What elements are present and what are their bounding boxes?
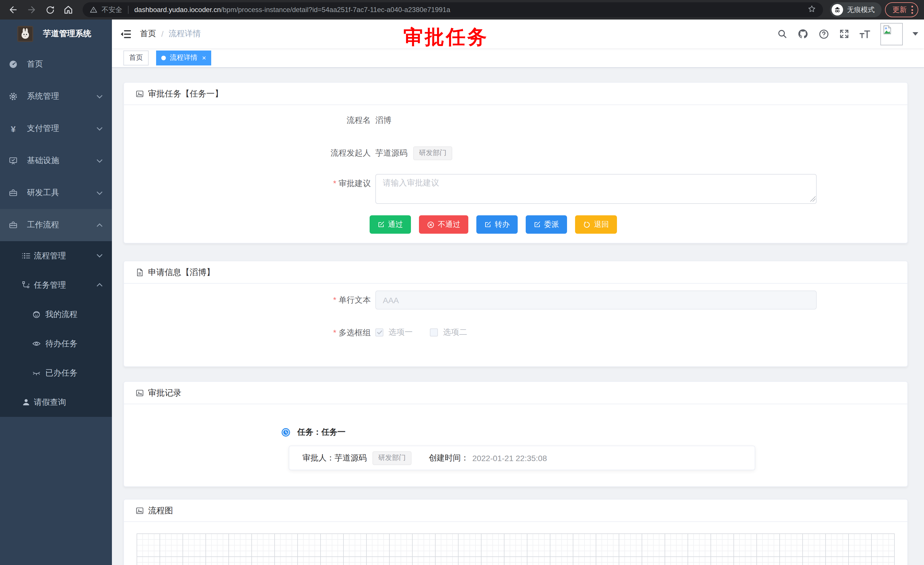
url-domain: dashboard.yudao.iocoder.cn bbox=[134, 6, 221, 14]
process-name-value: 滔博 bbox=[375, 111, 392, 130]
card-header: 流程图 bbox=[124, 500, 908, 522]
tag-close-icon[interactable]: × bbox=[202, 54, 206, 61]
sidebar-item-process-mgmt[interactable]: 流程管理 bbox=[0, 241, 112, 270]
approval-record-card: 审批记录 任务：任务一 审批人： 芋道源码 研发部门 创建时间： 2022-01… bbox=[123, 381, 908, 487]
suggestion-row: *审批建议 bbox=[124, 174, 908, 204]
not-secure-icon bbox=[90, 6, 98, 14]
card-body bbox=[124, 533, 908, 565]
sidebar-logo[interactable]: 芋道管理系统 bbox=[0, 20, 112, 48]
tag-home[interactable]: 首页 bbox=[123, 50, 148, 65]
tree-list-icon bbox=[22, 251, 30, 260]
approval-task-card: 审批任务【任务一】 流程名 滔博 流程发起人 芋道源码 研发部门 *审批建议 bbox=[123, 82, 908, 243]
sidebar-item-todo-tasks[interactable]: 待办任务 bbox=[0, 329, 112, 358]
sidebar-item-label: 请假查询 bbox=[34, 397, 66, 407]
sidebar-item-infra[interactable]: 基础设施 bbox=[0, 145, 112, 177]
browser-menu-icon[interactable] bbox=[911, 6, 913, 14]
sidebar-item-done-tasks[interactable]: 已办任务 bbox=[0, 358, 112, 388]
eye-open-icon bbox=[32, 340, 41, 348]
initiator-row: 流程发起人 芋道源码 研发部门 bbox=[124, 144, 908, 162]
person-icon bbox=[22, 398, 30, 407]
picture-icon bbox=[135, 506, 144, 515]
face-icon bbox=[32, 310, 41, 319]
approver-label: 审批人： bbox=[303, 453, 334, 463]
suggestion-textarea-wrap bbox=[375, 174, 817, 204]
reload-icon[interactable] bbox=[42, 2, 57, 17]
help-icon[interactable] bbox=[818, 29, 829, 39]
security-label: 不安全 bbox=[102, 5, 122, 15]
suggestion-label: *审批建议 bbox=[124, 174, 375, 204]
bookmark-star-icon[interactable] bbox=[807, 5, 816, 15]
checkbox-unchecked-icon bbox=[430, 328, 438, 337]
sidebar-item-task-mgmt[interactable]: 任务管理 bbox=[0, 270, 112, 300]
tag-process-detail[interactable]: 流程详情 × bbox=[156, 50, 211, 65]
picture-icon bbox=[135, 388, 144, 397]
incognito-label: 无痕模式 bbox=[847, 5, 874, 15]
sidebar-item-my-process[interactable]: 我的流程 bbox=[0, 300, 112, 329]
process-diagram-card: 流程图 bbox=[123, 499, 908, 565]
app-title: 芋道管理系统 bbox=[43, 29, 91, 39]
chevron-down-icon bbox=[96, 191, 103, 195]
toolbox-icon bbox=[9, 188, 18, 197]
sidebar-collapse-icon[interactable] bbox=[112, 29, 140, 39]
approve-button[interactable]: 通过 bbox=[370, 215, 411, 234]
dept-tag: 研发部门 bbox=[372, 451, 411, 465]
initiator-label: 流程发起人 bbox=[124, 144, 375, 162]
edit-icon bbox=[484, 221, 491, 228]
url-path: /bpm/process-instance/detail?id=54aa251f… bbox=[221, 6, 450, 14]
sidebar-item-leave-query[interactable]: 请假查询 bbox=[0, 388, 112, 417]
sidebar-item-workflow[interactable]: 工作流程 bbox=[0, 209, 112, 241]
reject-button[interactable]: 不通过 bbox=[419, 215, 468, 234]
card-header: 审批任务【任务一】 bbox=[124, 83, 908, 105]
required-asterisk: * bbox=[333, 295, 336, 304]
chevron-down-icon bbox=[96, 95, 103, 98]
approver-name: 芋道源码 bbox=[334, 453, 367, 463]
forward-icon[interactable] bbox=[24, 2, 39, 17]
resize-grip[interactable] bbox=[810, 196, 816, 201]
breadcrumb-home[interactable]: 首页 bbox=[140, 29, 156, 39]
browser-update-button[interactable]: 更新 bbox=[885, 2, 918, 17]
tag-label: 首页 bbox=[129, 53, 143, 63]
avatar-caret-icon[interactable] bbox=[912, 32, 918, 36]
card-title: 审批记录 bbox=[148, 387, 182, 398]
card-body: *单行文本 *多选框组 选项一 选项二 bbox=[124, 284, 908, 366]
initiator-name: 芋道源码 bbox=[375, 144, 408, 162]
chevron-down-icon bbox=[96, 159, 103, 163]
created-label: 创建时间： bbox=[429, 453, 469, 463]
workflow-submenu: 流程管理 任务管理 我的流程 待办任务 bbox=[0, 241, 112, 417]
github-icon[interactable] bbox=[797, 28, 808, 40]
dashboard-icon bbox=[9, 60, 18, 69]
chevron-up-icon bbox=[96, 283, 103, 287]
home-icon[interactable] bbox=[61, 2, 76, 17]
sidebar-item-system[interactable]: 系统管理 bbox=[0, 80, 112, 113]
required-asterisk: * bbox=[333, 179, 336, 188]
sidebar-item-devtools[interactable]: 研发工具 bbox=[0, 177, 112, 209]
timeline-item: 任务：任务一 bbox=[124, 427, 908, 437]
bpmn-canvas[interactable] bbox=[136, 533, 895, 565]
yen-icon: ¥ bbox=[9, 124, 18, 133]
fullscreen-icon[interactable] bbox=[839, 29, 849, 39]
suggestion-textarea[interactable] bbox=[375, 174, 817, 204]
transfer-button[interactable]: 转办 bbox=[476, 215, 518, 234]
sidebar-item-label: 首页 bbox=[27, 59, 43, 69]
back-icon[interactable] bbox=[6, 2, 21, 17]
sidebar-item-label: 待办任务 bbox=[45, 338, 78, 349]
font-size-icon[interactable] bbox=[859, 29, 871, 39]
sidebar-item-pay[interactable]: ¥ 支付管理 bbox=[0, 113, 112, 145]
browser-toolbar: 不安全 dashboard.yudao.iocoder.cn/bpm/proce… bbox=[0, 0, 924, 20]
omnibox-divider bbox=[128, 6, 129, 14]
initiator-value: 芋道源码 研发部门 bbox=[375, 144, 452, 162]
checkbox-option-2: 选项二 bbox=[430, 327, 467, 338]
card-title: 申请信息【滔博】 bbox=[148, 267, 214, 278]
return-button[interactable]: 退回 bbox=[575, 215, 617, 234]
address-bar[interactable]: 不安全 dashboard.yudao.iocoder.cn/bpm/proce… bbox=[82, 2, 823, 17]
checkbox-group-label: *多选框组 bbox=[124, 327, 375, 346]
delegate-button[interactable]: 委派 bbox=[526, 215, 567, 234]
text-input-label: *单行文本 bbox=[124, 290, 375, 310]
avatar[interactable] bbox=[880, 23, 903, 45]
sidebar-item-home[interactable]: 首页 bbox=[0, 48, 112, 80]
search-icon[interactable] bbox=[777, 29, 788, 39]
sidebar-item-label: 研发工具 bbox=[27, 188, 59, 198]
checkbox-checked-icon bbox=[375, 328, 383, 337]
card-body: 流程名 滔博 流程发起人 芋道源码 研发部门 *审批建议 bbox=[124, 105, 908, 243]
refresh-left-icon bbox=[583, 221, 591, 228]
